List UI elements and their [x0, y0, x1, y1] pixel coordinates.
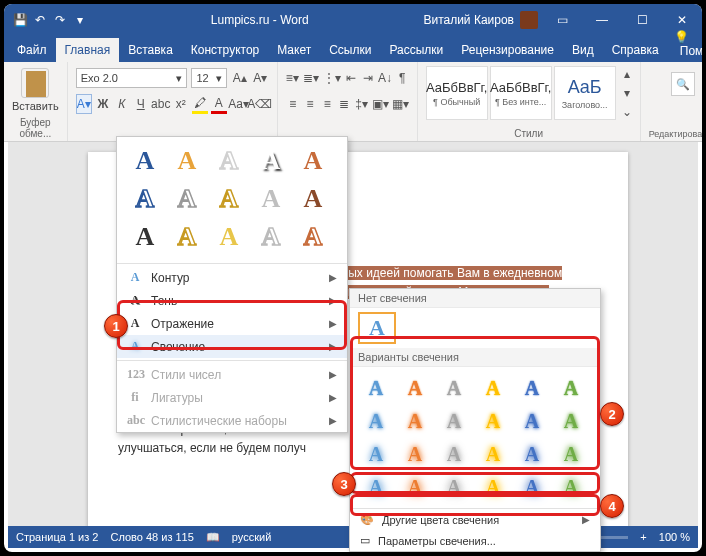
style-no-spacing[interactable]: АаБбВвГг,¶ Без инте...: [490, 66, 552, 120]
bullets-icon[interactable]: ≡▾: [286, 68, 299, 88]
paste-icon[interactable]: [21, 68, 49, 98]
text-effect-preset[interactable]: A: [293, 219, 333, 255]
ribbon-options-icon[interactable]: ▭: [542, 4, 582, 36]
tab-view[interactable]: Вид: [563, 38, 603, 62]
tab-insert[interactable]: Вставка: [119, 38, 182, 62]
menu-shadow[interactable]: AТень▶: [117, 289, 347, 312]
status-page[interactable]: Страница 1 из 2: [16, 531, 98, 543]
text-effect-preset[interactable]: A: [251, 219, 291, 255]
shrink-font-icon[interactable]: A▾: [252, 68, 269, 88]
tab-references[interactable]: Ссылки: [320, 38, 380, 62]
glow-variant[interactable]: A: [475, 439, 511, 469]
glow-variant[interactable]: A: [514, 472, 550, 502]
glow-variant[interactable]: A: [514, 373, 550, 403]
glow-variant[interactable]: A: [358, 472, 394, 502]
text-effect-preset[interactable]: A: [167, 143, 207, 179]
highlight-icon[interactable]: 🖍: [192, 94, 208, 114]
find-icon[interactable]: 🔍: [671, 72, 695, 96]
styles-up-icon[interactable]: ▴: [618, 66, 636, 83]
tab-review[interactable]: Рецензирование: [452, 38, 563, 62]
text-effect-preset[interactable]: A: [125, 219, 165, 255]
glow-variant[interactable]: A: [475, 373, 511, 403]
text-effect-preset[interactable]: A: [209, 181, 249, 217]
undo-icon[interactable]: ↶: [32, 13, 48, 27]
grow-font-icon[interactable]: A▴: [231, 68, 248, 88]
style-normal[interactable]: АаБбВвГг,¶ Обычный: [426, 66, 488, 120]
glow-variant[interactable]: A: [553, 472, 589, 502]
text-effect-preset[interactable]: A: [209, 143, 249, 179]
status-spellcheck-icon[interactable]: 📖: [206, 531, 220, 544]
shading-icon[interactable]: ▣▾: [372, 94, 389, 114]
paste-button[interactable]: Вставить: [12, 100, 59, 112]
glow-variant[interactable]: A: [436, 406, 472, 436]
menu-glow[interactable]: AСвечение▶: [117, 335, 347, 358]
numbering-icon[interactable]: ≣▾: [303, 68, 319, 88]
glow-variant[interactable]: A: [436, 439, 472, 469]
text-effect-preset[interactable]: A: [293, 143, 333, 179]
style-heading1[interactable]: АаБЗаголово...: [554, 66, 616, 120]
glow-variant[interactable]: A: [358, 439, 394, 469]
clear-format-icon[interactable]: A⌫: [251, 94, 269, 114]
text-effect-preset[interactable]: A: [125, 181, 165, 217]
text-effect-preset[interactable]: A: [251, 181, 291, 217]
glow-variant[interactable]: A: [397, 406, 433, 436]
text-effect-preset[interactable]: A: [251, 143, 291, 179]
align-left-icon[interactable]: ≡: [286, 94, 300, 114]
glow-variant[interactable]: A: [436, 373, 472, 403]
change-case-icon[interactable]: Aa▾: [230, 94, 248, 114]
tab-home[interactable]: Главная: [56, 38, 120, 62]
menu-reflection[interactable]: AОтражение▶: [117, 312, 347, 335]
glow-variant[interactable]: A: [358, 373, 394, 403]
status-words[interactable]: Слово 48 из 115: [110, 531, 193, 543]
tell-me[interactable]: 💡 Помощ: [668, 26, 702, 62]
glow-variant[interactable]: A: [397, 439, 433, 469]
glow-variant[interactable]: A: [553, 439, 589, 469]
glow-more-colors[interactable]: 🎨Другие цвета свечения▶: [350, 509, 600, 530]
tab-file[interactable]: Файл: [8, 38, 56, 62]
font-color-icon[interactable]: A: [211, 94, 227, 114]
strike-icon[interactable]: abc: [152, 94, 170, 114]
text-effect-preset[interactable]: A: [293, 181, 333, 217]
borders-icon[interactable]: ▦▾: [392, 94, 409, 114]
italic-icon[interactable]: К: [114, 94, 130, 114]
tab-help[interactable]: Справка: [603, 38, 668, 62]
glow-variant[interactable]: A: [475, 406, 511, 436]
glow-none-option[interactable]: A: [358, 312, 396, 344]
glow-variant[interactable]: A: [397, 373, 433, 403]
user-name[interactable]: Виталий Каиров: [423, 13, 514, 27]
text-effect-preset[interactable]: A: [209, 219, 249, 255]
glow-variant[interactable]: A: [553, 406, 589, 436]
glow-variant[interactable]: A: [436, 472, 472, 502]
menu-outline[interactable]: AКонтур▶: [117, 266, 347, 289]
styles-down-icon[interactable]: ▾: [618, 85, 636, 102]
avatar[interactable]: [520, 11, 538, 29]
bold-icon[interactable]: Ж: [95, 94, 111, 114]
font-size-combo[interactable]: 12▾: [191, 68, 227, 88]
tab-layout[interactable]: Макет: [268, 38, 320, 62]
pilcrow-icon[interactable]: ¶: [396, 68, 409, 88]
text-effects-button[interactable]: A▾: [76, 94, 92, 114]
styles-more-icon[interactable]: ⌄: [618, 103, 636, 120]
align-center-icon[interactable]: ≡: [303, 94, 317, 114]
glow-variant[interactable]: A: [358, 406, 394, 436]
glow-variant[interactable]: A: [514, 439, 550, 469]
tab-design[interactable]: Конструктор: [182, 38, 268, 62]
justify-icon[interactable]: ≣: [337, 94, 351, 114]
underline-icon[interactable]: Ч: [133, 94, 149, 114]
zoom-in-icon[interactable]: +: [640, 531, 646, 543]
tab-mailings[interactable]: Рассылки: [380, 38, 452, 62]
status-language[interactable]: русский: [232, 531, 271, 543]
glow-variant[interactable]: A: [475, 472, 511, 502]
glow-options[interactable]: ▭Параметры свечения...: [350, 530, 600, 551]
sub-sup-icon[interactable]: x²: [173, 94, 189, 114]
indent-dec-icon[interactable]: ⇤: [345, 68, 358, 88]
text-effect-preset[interactable]: A: [125, 143, 165, 179]
text-effect-preset[interactable]: A: [167, 181, 207, 217]
glow-variant[interactable]: A: [397, 472, 433, 502]
save-icon[interactable]: 💾: [12, 13, 28, 27]
align-right-icon[interactable]: ≡: [320, 94, 334, 114]
line-spacing-icon[interactable]: ‡▾: [354, 94, 368, 114]
qa-more-icon[interactable]: ▾: [72, 13, 88, 27]
multilevel-icon[interactable]: ⋮▾: [323, 68, 341, 88]
minimize-icon[interactable]: —: [582, 4, 622, 36]
